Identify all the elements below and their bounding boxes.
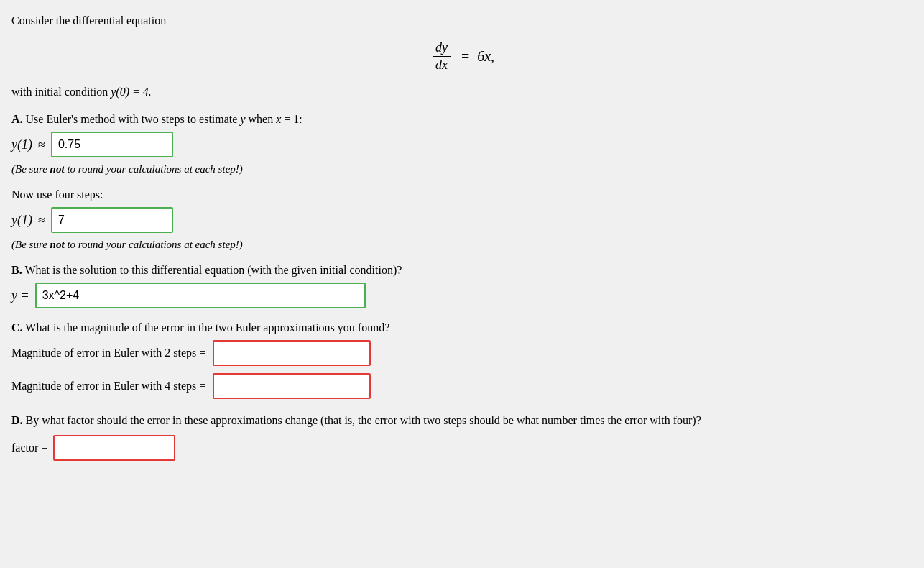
equation-block: dy dx = 6x, — [11, 40, 913, 73]
initial-condition: with initial condition y(0) = 4. — [11, 86, 913, 99]
main-content: Consider the differential equation dy dx… — [11, 14, 913, 461]
section-a-answer-label-1: y(1) — [11, 137, 32, 152]
factor-label: factor = — [11, 441, 47, 454]
section-b-input[interactable] — [35, 283, 366, 308]
section-c-row1-label: Magnitude of error in Euler with 2 steps… — [11, 347, 205, 359]
section-d-question: D. By what factor should the error in th… — [11, 412, 913, 429]
intro-text: Consider the differential equation — [11, 14, 913, 27]
section-d-label: D. — [11, 414, 23, 426]
section-c-question-text: What is the magnitude of the error in th… — [25, 321, 389, 334]
fraction-numerator: dy — [433, 40, 451, 57]
section-c-label: C. — [11, 321, 23, 334]
section-a-answer-row-2: y(1) ≈ — [11, 207, 913, 233]
section-b-y-label: y = — [11, 288, 29, 303]
section-a-four-steps: Now use four steps: — [11, 188, 913, 201]
approx-symbol-1: ≈ — [38, 137, 45, 152]
section-c-question: C. What is the magnitude of the error in… — [11, 321, 913, 334]
section-c-input-1[interactable] — [213, 340, 371, 366]
section-a-input-2[interactable] — [51, 207, 173, 233]
section-c-row2-label: Magnitude of error in Euler with 4 steps… — [11, 380, 205, 393]
fraction-denominator: dx — [433, 57, 451, 73]
section-a-answer-label-2: y(1) — [11, 213, 32, 228]
section-a-question-text: Use Euler's method with two steps to est… — [26, 113, 302, 125]
section-d-question-line1: By what factor should the error in these… — [26, 414, 701, 426]
approx-symbol-2: ≈ — [38, 213, 45, 228]
section-c-input-2[interactable] — [213, 373, 371, 399]
initial-condition-prefix: with initial condition — [11, 86, 111, 98]
section-b-label: B. — [11, 264, 22, 276]
initial-condition-math: y(0) = 4. — [111, 86, 152, 98]
section-c-row-2: Magnitude of error in Euler with 4 steps… — [11, 373, 913, 399]
section-d-factor-row: factor = — [11, 435, 913, 461]
section-b-answer-row: y = — [11, 283, 913, 308]
fraction: dy dx — [433, 40, 451, 73]
section-b-question: B. What is the solution to this differen… — [11, 264, 913, 277]
section-a-answer-row-1: y(1) ≈ — [11, 132, 913, 157]
section-a-input-1[interactable] — [51, 132, 173, 157]
section-a-note-2: (Be sure not to round your calculations … — [11, 239, 913, 251]
section-a-label: A. — [11, 113, 23, 125]
section-a-question: A. Use Euler's method with two steps to … — [11, 113, 913, 126]
equals-sign: = — [461, 48, 469, 64]
factor-input[interactable] — [53, 435, 175, 461]
section-a-note-1: (Be sure not to round your calculations … — [11, 163, 913, 175]
equation-rhs: 6x, — [477, 48, 494, 64]
section-c-row-1: Magnitude of error in Euler with 2 steps… — [11, 340, 913, 366]
section-b-question-text: What is the solution to this differentia… — [24, 264, 402, 276]
